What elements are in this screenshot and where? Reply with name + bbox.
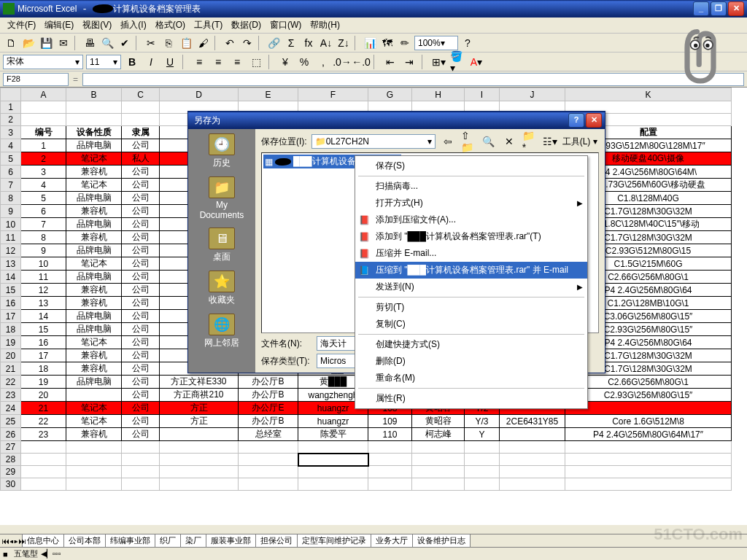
- menu-item[interactable]: 工具(T): [190, 18, 227, 33]
- print-icon[interactable]: 🖶: [82, 35, 98, 51]
- col-header[interactable]: E: [239, 88, 298, 101]
- row-header[interactable]: 27: [1, 441, 21, 454]
- context-menu-item[interactable]: 剪切(T): [355, 299, 587, 316]
- row-header[interactable]: 23: [1, 389, 21, 402]
- cell[interactable]: 公司: [122, 428, 160, 441]
- context-menu-item[interactable]: 复制(C): [355, 316, 587, 332]
- cell[interactable]: 设备性质: [66, 126, 122, 139]
- font-color-icon[interactable]: A▾: [468, 54, 484, 70]
- context-menu-item[interactable]: 📘压缩到 "███计算机设备档案管理表.rar" 并 E-mail: [355, 262, 587, 279]
- open-icon[interactable]: 📂: [20, 35, 36, 51]
- cell[interactable]: C2.66G\256M\80G\1: [565, 376, 732, 389]
- cell[interactable]: 11: [21, 271, 66, 284]
- sort-asc-icon[interactable]: A↓: [318, 35, 334, 51]
- cell[interactable]: 隶属: [122, 126, 160, 139]
- sheet-tab[interactable]: 染厂: [180, 534, 206, 548]
- sheet-tab[interactable]: 服装事业部: [206, 534, 256, 548]
- sheet-tab[interactable]: 公司本部: [63, 534, 106, 548]
- cell[interactable]: 黄昭容: [412, 415, 465, 428]
- save-icon[interactable]: 💾: [38, 35, 54, 51]
- cell[interactable]: 10: [21, 257, 66, 271]
- cell[interactable]: Y/3: [465, 415, 500, 428]
- cell[interactable]: 公司: [122, 271, 160, 284]
- cell[interactable]: 2: [21, 152, 66, 166]
- cell[interactable]: 品牌电脑: [66, 218, 122, 231]
- row-header[interactable]: 14: [1, 271, 21, 284]
- mail-icon[interactable]: ✉: [55, 35, 71, 51]
- row-header[interactable]: 11: [1, 231, 21, 244]
- sheet-tab[interactable]: 定型车间维护记录: [297, 534, 371, 548]
- cell[interactable]: 品牌电脑: [66, 271, 122, 284]
- cell[interactable]: 兼容机: [66, 428, 122, 441]
- col-header[interactable]: D: [160, 88, 239, 101]
- cell[interactable]: 公司: [122, 336, 160, 349]
- cell[interactable]: huangzr: [298, 415, 368, 428]
- search-icon[interactable]: 🔍: [481, 133, 497, 149]
- cell[interactable]: 2CE6431Y85: [500, 415, 565, 428]
- cell[interactable]: 兼容机: [66, 205, 122, 218]
- sheet-tab[interactable]: 担保公司: [255, 534, 298, 548]
- cell[interactable]: 柯志峰: [412, 428, 465, 441]
- cell[interactable]: 品牌电脑: [66, 323, 122, 336]
- size-combo[interactable]: 11▾: [86, 55, 121, 69]
- col-header[interactable]: I: [465, 88, 500, 101]
- places-item[interactable]: 📁My Documents: [191, 175, 252, 222]
- comma-icon[interactable]: ,: [315, 54, 331, 70]
- context-menu-item[interactable]: 打开方式(H)▶: [355, 195, 587, 211]
- col-header[interactable]: K: [565, 88, 732, 101]
- cell[interactable]: 公司: [122, 376, 160, 389]
- places-item[interactable]: ⭐收藏夹: [191, 269, 252, 308]
- col-header[interactable]: G: [368, 88, 412, 101]
- delete-icon[interactable]: ✕: [501, 133, 517, 149]
- italic-icon[interactable]: I: [143, 54, 159, 70]
- cell[interactable]: 109: [368, 415, 412, 428]
- cell[interactable]: 公司: [122, 179, 160, 192]
- cell[interactable]: 12: [21, 284, 66, 297]
- row-header[interactable]: 13: [1, 257, 21, 271]
- row-header[interactable]: 28: [1, 454, 21, 466]
- cell[interactable]: 19: [21, 376, 66, 389]
- cell[interactable]: 公司: [122, 389, 160, 402]
- ime-indicator[interactable]: 五笔型: [14, 548, 38, 559]
- up-icon[interactable]: ⇧📁: [460, 133, 476, 149]
- inc-decimal-icon[interactable]: .0→: [334, 54, 350, 70]
- map-icon[interactable]: 🗺: [379, 35, 395, 51]
- fx-icon[interactable]: fx: [301, 35, 317, 51]
- bold-icon[interactable]: B: [124, 54, 140, 70]
- cell[interactable]: 公司: [122, 139, 160, 152]
- format-painter-icon[interactable]: 🖌: [196, 35, 212, 51]
- cell[interactable]: 笔记本: [66, 179, 122, 192]
- cell[interactable]: 22: [21, 415, 66, 428]
- cell[interactable]: 方正商祺210: [160, 389, 239, 402]
- context-menu-item[interactable]: 扫描病毒...: [355, 178, 587, 195]
- places-item[interactable]: 🌐网上邻居: [191, 312, 252, 351]
- border-icon[interactable]: ⊞▾: [430, 54, 446, 70]
- fill-color-icon[interactable]: 🪣▾: [449, 54, 465, 70]
- cell[interactable]: [66, 389, 122, 402]
- drawing-icon[interactable]: ✏: [397, 35, 413, 51]
- col-header[interactable]: C: [122, 88, 160, 101]
- context-menu-item[interactable]: 属性(R): [355, 390, 587, 407]
- undo-icon[interactable]: ↶: [222, 35, 238, 51]
- places-item[interactable]: 🖥桌面: [191, 226, 252, 265]
- row-header[interactable]: 5: [1, 152, 21, 166]
- sheet-tab[interactable]: 业务大厅: [371, 534, 413, 548]
- col-header[interactable]: A: [21, 88, 66, 101]
- tab-nav-icons[interactable]: ⏮◀▶⏭: [1, 537, 26, 545]
- cell[interactable]: 笔记本: [66, 152, 122, 166]
- cell[interactable]: 陈爱平: [298, 428, 368, 441]
- col-header[interactable]: H: [412, 88, 465, 101]
- cell[interactable]: 公司: [122, 244, 160, 257]
- row-header[interactable]: 6: [1, 166, 21, 179]
- menu-item[interactable]: 插入(I): [116, 18, 150, 33]
- cell[interactable]: 办公厅B: [239, 376, 298, 389]
- cell[interactable]: 17: [21, 349, 66, 362]
- dialog-close-button[interactable]: ✕: [586, 113, 602, 128]
- context-menu-item[interactable]: 删除(D): [355, 353, 587, 370]
- cell[interactable]: 办公厅B: [239, 389, 298, 402]
- inc-indent-icon[interactable]: ⇥: [401, 54, 417, 70]
- cell[interactable]: C2.93G\256M\80G\15″: [565, 389, 732, 402]
- cell[interactable]: 20: [21, 389, 66, 402]
- col-header[interactable]: F: [298, 88, 368, 101]
- sheet-tab[interactable]: 设备维护日志: [412, 534, 471, 548]
